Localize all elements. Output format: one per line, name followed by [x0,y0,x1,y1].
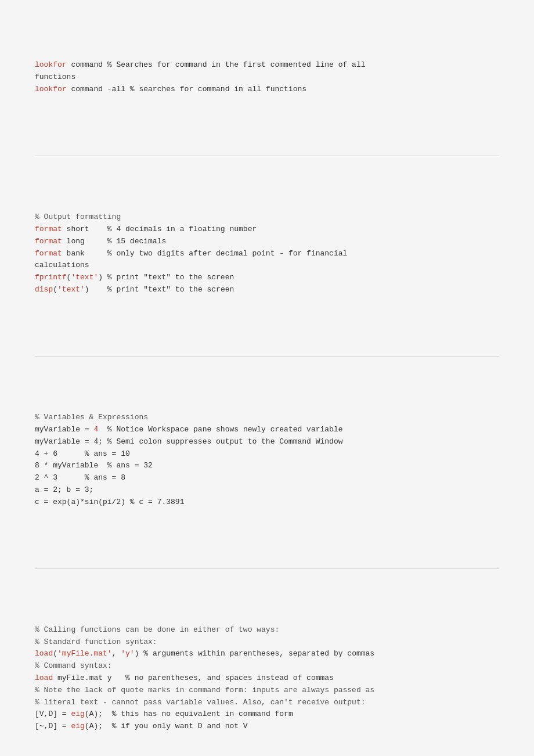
keyword-fprintf: fprintf [35,273,67,282]
text-load-2: , [112,649,121,658]
text-load-1: ( [53,649,57,658]
string-text-2: 'text' [57,285,85,294]
keyword-lookfor-2: lookfor [35,85,67,93]
text-myvar-1: myVariable = [35,425,93,434]
text-eig-1b: (A); % this has no equivalent in command… [85,710,293,718]
text-expr-1: 4 + 6 % ans = 10 [35,449,130,458]
text-load-cmd: myFile.mat y % no parentheses, and space… [53,674,334,682]
text-format-1: short % 4 decimals in a floating number [62,225,257,233]
section-lookfor: lookfor command % Searches for command i… [35,48,499,108]
keyword-format-1: format [35,225,62,233]
text-myvar-2: myVariable = 4; % Semi colon suppresses … [35,437,343,446]
keyword-lookfor-1: lookfor [35,60,67,69]
text-expr-3: 2 ^ 3 % ans = 8 [35,473,125,482]
text-2: command -all % searches for command in a… [67,85,306,93]
text-load-3: ) % arguments within parentheses, separa… [135,649,374,658]
text-eig-1: [V,D] = [35,710,71,718]
keyword-eig-2: eig [71,722,84,730]
code-display: lookfor command % Searches for command i… [35,23,499,756]
text-format-3: bank % only two digits after decimal poi… [35,249,347,270]
section-output-formatting: % Output formatting format short % 4 dec… [35,199,499,308]
keyword-disp: disp [35,285,53,294]
comment-calling-2: % Standard function syntax: [35,638,157,646]
text-1: command % Searches for command in the fi… [35,60,366,81]
keyword-eig-1: eig [71,710,84,718]
text-eig-2b: (A); % if you only want D and not V [85,722,248,730]
keyword-load-1: load [35,649,53,658]
text-eig-2: [~,D] = [35,722,71,730]
divider-1 [35,156,499,156]
text-disp-1: ( [53,285,57,294]
keyword-load-2: load [35,674,53,682]
text-fprintf-2: ) % print "text" to the screen [98,273,234,282]
comment-note-2: % literal text - cannot pass variable va… [35,698,366,707]
keyword-format-2: format [35,237,62,246]
text-expr-2: 8 * myVariable % ans = 32 [35,461,153,470]
string-text-1: 'text' [71,273,98,282]
section-calling-functions: % Calling functions can be done in eithe… [35,612,499,745]
divider-2 [35,356,499,357]
string-y: 'y' [121,649,134,658]
divider-3 [35,568,499,569]
comment-output: % Output formatting [35,213,121,221]
text-expr-4: a = 2; b = 3; [35,485,93,494]
comment-calling-1: % Calling functions can be done in eithe… [35,625,279,634]
comment-note-1: % Note the lack of quote marks in comman… [35,686,374,694]
text-disp-2: ) % print "text" to the screen [85,285,234,294]
text-format-2: long % 15 decimals [62,237,166,246]
text-myvar-1b: % Notice Workspace pane shows newly crea… [98,425,342,434]
text-expr-5: c = exp(a)*sin(pi/2) % c = 7.3891 [35,498,184,506]
keyword-format-3: format [35,249,62,258]
string-myfile: 'myFile.mat' [57,649,112,658]
comment-cmd-syntax: % Command syntax: [35,661,112,670]
comment-variables: % Variables & Expressions [35,413,148,422]
section-variables: % Variables & Expressions myVariable = 4… [35,399,499,520]
